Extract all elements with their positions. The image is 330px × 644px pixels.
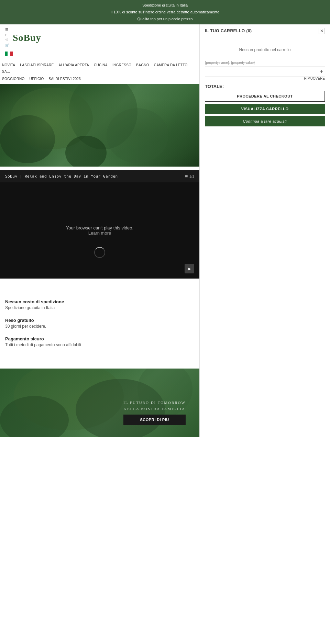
feature-shipping: Nessun costo di spedizione Spedizione gr… bbox=[5, 299, 194, 310]
cart-sidebar: IL TUO CARRELLO (0) ✕ Nessun prodotto ne… bbox=[199, 24, 330, 437]
bottom-banner-text: il futuro di tomorrownella nostra famigl… bbox=[123, 400, 186, 412]
cart-header: IL TUO CARRELLO (0) ✕ bbox=[205, 28, 325, 37]
flag-icon bbox=[5, 52, 13, 56]
nav-item-cucina[interactable]: CUCINA bbox=[92, 62, 110, 68]
cart-title: IL TUO CARRELLO (0) bbox=[205, 29, 252, 33]
feature-shipping-desc: Spedizione gratuita in Italia bbox=[5, 305, 194, 310]
svg-rect-2 bbox=[10, 52, 13, 56]
bottom-banner-content: il futuro di tomorrownella nostra famigl… bbox=[123, 400, 186, 427]
feature-shipping-title: Nessun costo di spedizione bbox=[5, 299, 194, 304]
video-counter: 1/1 bbox=[189, 174, 194, 178]
site-header: ☰ □ ♡ 🛒 SoBuy bbox=[0, 24, 199, 60]
video-spinner bbox=[94, 247, 105, 258]
video-header: SoBuy | Relax and Enjoy the Day in Your … bbox=[0, 170, 199, 182]
hero-image bbox=[0, 84, 199, 167]
bottom-banner: il futuro di tomorrownella nostra famigl… bbox=[0, 369, 199, 437]
cart-totale-label: TOTALE: bbox=[205, 80, 325, 91]
nav-item-lasciati[interactable]: LASCIATI ISPIRARE bbox=[18, 62, 56, 68]
header-icons: ☰ □ ♡ 🛒 bbox=[5, 28, 9, 47]
nav-item-sa[interactable]: SA... bbox=[0, 69, 12, 75]
nav-item-ufficio[interactable]: UFFICIO bbox=[27, 76, 46, 82]
cart-checkout-button[interactable]: PROCEDERE AL CHECKOUT bbox=[205, 91, 325, 102]
nav-item-saldi[interactable]: SALDI ESTIVI 2023 bbox=[47, 76, 83, 82]
video-controls-top: ≡ 1/1 bbox=[185, 173, 194, 179]
cart-remove-link[interactable]: RIMUOVERE bbox=[205, 77, 325, 80]
bottom-banner-button[interactable]: Scopri di più bbox=[123, 415, 186, 425]
header-top: ☰ □ ♡ 🛒 SoBuy bbox=[5, 28, 194, 47]
video-title: SoBuy | Relax and Enjoy the Day in Your … bbox=[5, 174, 118, 179]
svg-point-6 bbox=[107, 108, 168, 163]
nav-row-2: SOGGIORNO UFFICIO SALDI ESTIVI 2023 bbox=[0, 75, 199, 82]
header-icon-4[interactable]: 🛒 bbox=[5, 43, 9, 47]
video-learn-more-link[interactable]: Learn more bbox=[88, 230, 111, 236]
video-menu-icon[interactable]: ≡ bbox=[185, 173, 188, 179]
feature-payment-desc: Tutti i metodi di pagamento sono affidab… bbox=[5, 342, 194, 347]
svg-rect-1 bbox=[8, 52, 10, 56]
cart-add-button[interactable]: + bbox=[318, 68, 325, 75]
cart-view-button[interactable]: VISUALIZZA CARRELLO bbox=[205, 104, 325, 114]
video-play-button[interactable] bbox=[185, 264, 194, 273]
feature-return: Reso gratuito 30 giorni per decidere. bbox=[5, 318, 194, 329]
cart-empty-message: Nessun prodotto nel carrello bbox=[205, 41, 325, 59]
cart-continue-button[interactable]: Continua a fare acquisti bbox=[205, 116, 325, 126]
svg-point-5 bbox=[0, 115, 55, 163]
main-nav: NOVITA LASCIATI ISPIRARE ALL'ARIA APERTA… bbox=[0, 60, 199, 84]
banner-line3: Qualita top per un piccolo prezzo bbox=[3, 16, 327, 23]
cart-add-row: + bbox=[205, 67, 325, 77]
features-section: Nessun costo di spedizione Spedizione gr… bbox=[0, 289, 199, 362]
feature-payment: Pagamento sicuro Tutti i metodi di pagam… bbox=[5, 336, 194, 347]
video-error-text: Your browser can't play this video. Lear… bbox=[66, 225, 133, 236]
feature-payment-title: Pagamento sicuro bbox=[5, 336, 194, 341]
nav-item-ingresso[interactable]: INGRESSO bbox=[110, 62, 133, 68]
cart-close-button[interactable]: ✕ bbox=[319, 28, 325, 34]
main-content: ☰ □ ♡ 🛒 SoBuy NOVITA LASCIATI ISPIRARE A… bbox=[0, 24, 199, 437]
svg-rect-0 bbox=[5, 52, 8, 56]
banner-line1: Spedizione gratuita in Italia bbox=[3, 2, 327, 9]
nav-row-1: NOVITA LASCIATI ISPIRARE ALL'ARIA APERTA… bbox=[0, 61, 199, 75]
feature-return-title: Reso gratuito bbox=[5, 318, 194, 323]
banner-line2: Il 10% di sconto sull'intero ordine verr… bbox=[3, 9, 327, 16]
hero-svg bbox=[0, 84, 199, 167]
nav-item-allaria[interactable]: ALL'ARIA APERTA bbox=[57, 62, 91, 68]
nav-item-bagno[interactable]: BAGNO bbox=[134, 62, 151, 68]
header-icon-2[interactable]: □ bbox=[5, 33, 9, 37]
video-player-area: Your browser can't play this video. Lear… bbox=[0, 182, 199, 279]
nav-item-camera[interactable]: CAMERA DA LETTO bbox=[152, 62, 190, 68]
header-icon-1[interactable]: ☰ bbox=[5, 28, 9, 32]
site-logo[interactable]: SoBuy bbox=[13, 32, 41, 43]
feature-return-desc: 30 giorni per decidere. bbox=[5, 324, 194, 329]
cart-property-row: {property.name}: {property.value} bbox=[205, 59, 325, 67]
nav-item-soggiorno[interactable]: SOGGIORNO bbox=[0, 76, 26, 82]
nav-item-novita[interactable]: NOVITA bbox=[0, 62, 17, 68]
video-section: SoBuy | Relax and Enjoy the Day in Your … bbox=[0, 170, 199, 279]
header-icon-3[interactable]: ♡ bbox=[5, 38, 9, 42]
top-banner: Spedizione gratuita in Italia Il 10% di … bbox=[0, 0, 330, 24]
